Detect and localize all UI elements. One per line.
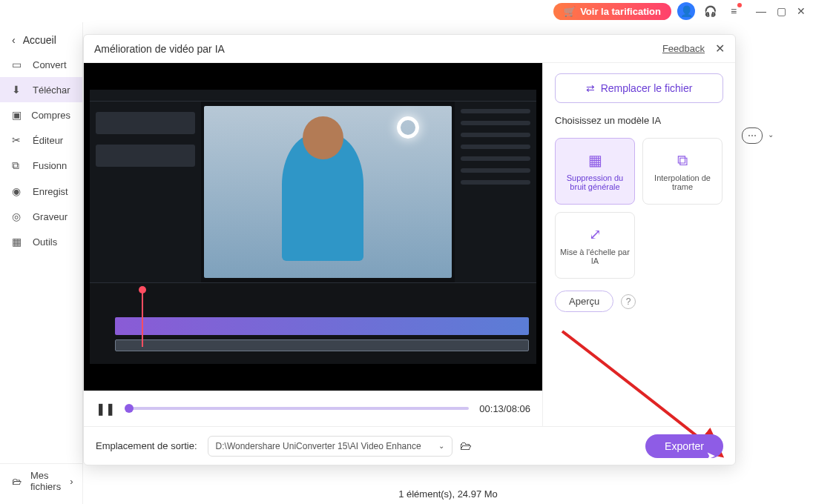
- output-path-select[interactable]: D:\Wondershare UniConverter 15\AI Video …: [208, 436, 452, 457]
- folder-icon: 🗁: [12, 476, 22, 487]
- help-icon[interactable]: ?: [621, 294, 636, 309]
- feedback-link[interactable]: Feedback: [662, 43, 705, 54]
- export-button[interactable]: Exporter ➤: [645, 434, 723, 458]
- preview-column: ❚❚ 00:13/08:06: [84, 63, 542, 426]
- sidebar-item-record[interactable]: ◉Enregist: [0, 179, 82, 204]
- card-label: Interpolation de trame: [648, 173, 717, 191]
- card-label: Suppression du bruit générale: [560, 173, 630, 191]
- sidebar-item-label: Convert: [33, 59, 67, 70]
- modal-body: ❚❚ 00:13/08:06 ⇄ Remplacer le fichier Ch…: [84, 63, 735, 426]
- sidebar-item-compress[interactable]: ▣Compres: [0, 102, 82, 127]
- pricing-label: Voir la tarification: [580, 6, 661, 17]
- sidebar-item-label: Outils: [33, 236, 57, 248]
- compress-icon: ▣: [12, 109, 22, 121]
- ai-enhance-modal: Amélioration de vidéo par IA Feedback ✕: [83, 34, 736, 465]
- sidebar-item-label: Fusionn: [33, 160, 67, 171]
- sidebar-item-label: Téléchar: [33, 84, 70, 96]
- playback-controls: ❚❚ 00:13/08:06: [84, 391, 542, 426]
- sidebar-item-download[interactable]: ⬇Téléchar: [0, 77, 82, 102]
- card-label: Mise à l'échelle par IA: [560, 248, 630, 265]
- chevron-down-icon: ⌄: [438, 442, 444, 450]
- progress-slider[interactable]: [125, 407, 469, 410]
- time-display: 00:13/08:06: [479, 403, 530, 414]
- modal-header: Amélioration de vidéo par IA Feedback ✕: [84, 35, 735, 63]
- grid-icon: ▦: [12, 236, 24, 248]
- cursor-icon: ➤: [706, 449, 716, 462]
- sidebar-item-merge[interactable]: ⧉Fusionn: [0, 153, 82, 179]
- sidebar-item-tools[interactable]: ▦Outils: [0, 229, 82, 254]
- minimize-button[interactable]: —: [756, 5, 766, 17]
- record-icon: ◉: [12, 185, 24, 197]
- my-files[interactable]: 🗁 Mes fichiers ›: [0, 463, 82, 498]
- convert-icon: ▭: [12, 59, 24, 70]
- sidebar: ‹ Accueil ▭Convert ⬇Téléchar ▣Compres ✂É…: [0, 22, 83, 504]
- pricing-button[interactable]: 🛒 Voir la tarification: [553, 3, 671, 20]
- scissors-icon: ✂: [12, 134, 24, 146]
- pause-button[interactable]: ❚❚: [96, 402, 115, 416]
- chevron-right-icon: ›: [70, 476, 73, 487]
- user-icon[interactable]: 👤: [677, 2, 695, 20]
- preview-button[interactable]: Aperçu: [555, 291, 613, 312]
- download-icon: ⬇: [12, 84, 24, 96]
- swap-icon: ⇄: [586, 82, 595, 94]
- chat-bubble[interactable]: ⋯: [742, 127, 763, 144]
- maximize-button[interactable]: ▢: [777, 5, 786, 17]
- replace-file-button[interactable]: ⇄ Remplacer le fichier: [555, 73, 723, 103]
- modal-title: Amélioration de vidéo par IA: [94, 43, 225, 55]
- headset-icon[interactable]: 🎧: [701, 2, 719, 20]
- output-label: Emplacement de sortie:: [96, 440, 197, 451]
- model-label: Choisissez un modèle IA: [555, 115, 723, 126]
- menu-icon[interactable]: ≡: [725, 2, 743, 20]
- window-controls: — ▢ ✕: [756, 5, 806, 17]
- sidebar-item-label: Graveur: [33, 211, 68, 222]
- right-panel: ⇄ Remplacer le fichier Choisissez un mod…: [542, 63, 735, 426]
- disc-icon: ◎: [12, 210, 24, 222]
- denoise-icon: ▦: [588, 151, 602, 169]
- model-card-upscale[interactable]: ⤢ Mise à l'échelle par IA: [555, 212, 635, 279]
- sidebar-item-burner[interactable]: ◎Graveur: [0, 204, 82, 229]
- status-bar: 1 élément(s), 24.97 Mo: [83, 488, 813, 500]
- open-folder-button[interactable]: 🗁: [460, 440, 472, 453]
- cart-icon: 🛒: [564, 6, 576, 17]
- replace-label: Remplacer le fichier: [601, 82, 693, 94]
- back-home[interactable]: ‹ Accueil: [0, 28, 82, 52]
- model-card-denoise[interactable]: ▦ Suppression du bruit générale: [555, 138, 635, 205]
- sidebar-item-label: Éditeur: [33, 135, 63, 146]
- video-preview[interactable]: [84, 63, 542, 391]
- interpolation-icon: ⧉: [677, 152, 688, 169]
- export-label: Exporter: [665, 440, 704, 452]
- close-icon[interactable]: ✕: [715, 42, 725, 56]
- sidebar-item-label: Compres: [31, 110, 70, 121]
- sidebar-item-convert[interactable]: ▭Convert: [0, 52, 82, 77]
- my-files-label: Mes fichiers: [30, 470, 61, 492]
- close-button[interactable]: ✕: [797, 5, 806, 17]
- chevron-left-icon: ‹: [12, 34, 16, 46]
- model-card-interpolation[interactable]: ⧉ Interpolation de trame: [642, 138, 723, 205]
- upscale-icon: ⤢: [589, 225, 602, 243]
- merge-icon: ⧉: [12, 159, 24, 172]
- back-label: Accueil: [23, 34, 56, 46]
- preview-row: Aperçu ?: [555, 291, 723, 312]
- editor-mock: [90, 90, 536, 364]
- sidebar-item-label: Enregist: [33, 186, 68, 197]
- modal-footer: Emplacement de sortie: D:\Wondershare Un…: [84, 426, 735, 465]
- sidebar-item-editor[interactable]: ✂Éditeur: [0, 127, 82, 153]
- model-cards: ▦ Suppression du bruit générale ⧉ Interp…: [555, 138, 723, 279]
- output-path-text: D:\Wondershare UniConverter 15\AI Video …: [216, 441, 421, 451]
- titlebar: 🛒 Voir la tarification 👤 🎧 ≡ — ▢ ✕: [0, 0, 813, 22]
